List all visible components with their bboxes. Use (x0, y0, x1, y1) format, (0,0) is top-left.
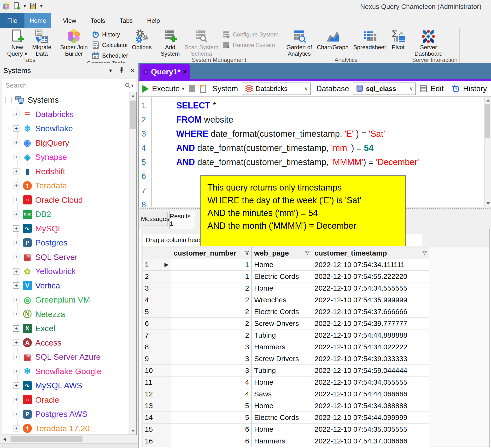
new-page-icon[interactable] (199, 84, 207, 93)
tree-item[interactable]: + ▦ SQL Server (2, 250, 136, 264)
tree-scroll-thumb[interactable] (130, 100, 136, 129)
expand-icon[interactable]: + (13, 311, 19, 317)
edit-icon[interactable] (419, 85, 427, 93)
cell-customer-timestamp[interactable]: 2022-12-10 07:54:39.777777 (312, 318, 429, 330)
cell-customer-number[interactable]: 1 (171, 259, 252, 271)
cell-customer-number[interactable]: 2 (171, 282, 252, 294)
cell-customer-number[interactable]: 5 (171, 400, 252, 412)
cell-web-page[interactable]: Hammers (252, 435, 312, 447)
scheduler-button[interactable]: Scheduler (92, 51, 128, 60)
new-query-button[interactable]: New Query ▾ (5, 28, 30, 57)
edit-button[interactable]: Edit (430, 84, 444, 93)
tab-messages[interactable]: Messages (143, 212, 168, 226)
row-header-cell[interactable]: 10 (142, 365, 171, 377)
expand-icon[interactable]: + (13, 211, 19, 217)
cell-web-page[interactable]: Home (252, 400, 312, 412)
configure-system-button[interactable]: Configure System (222, 30, 279, 39)
expand-icon[interactable]: + (13, 140, 19, 146)
tree-item[interactable]: + ▦ SQL Server Azure (2, 350, 136, 364)
expand-icon[interactable]: + (13, 168, 19, 175)
execute-dropdown-icon[interactable]: ▾ (182, 86, 184, 91)
options-button[interactable]: Options (130, 28, 154, 50)
tree-item[interactable]: + ❄ Snowflake Google (2, 364, 136, 379)
row-header-cell[interactable]: 12 (142, 388, 171, 400)
tree-item[interactable]: + t Teradata 17.20 (2, 421, 136, 435)
column-header-customer-number[interactable]: customer_number (171, 247, 252, 259)
row-header-cell[interactable]: 16 (142, 435, 171, 447)
cell-customer-timestamp[interactable]: 2022-12-10 07:54:37.006666 (312, 435, 429, 447)
execute-icon[interactable] (142, 85, 149, 93)
cell-customer-number[interactable]: 4 (171, 388, 252, 400)
tree-item[interactable]: + ▮ Redshift (2, 164, 136, 179)
cell-customer-timestamp[interactable]: 2022-12-10 07:54:34.055555 (312, 377, 429, 388)
cell-web-page[interactable]: Hammers (252, 341, 312, 353)
row-header-cell[interactable]: 13 (142, 400, 171, 412)
cell-customer-number[interactable]: 6 (171, 424, 252, 435)
row-header-cell[interactable]: 4 (142, 294, 171, 306)
cell-web-page[interactable]: Electric Cords (252, 271, 312, 282)
tree-item[interactable]: + ○ Oracle Cloud (2, 193, 136, 207)
tree-item[interactable]: + ◉ BigQuery (2, 136, 136, 150)
tree-item[interactable]: + ❄ Snowflake (2, 121, 136, 136)
tree-item[interactable]: + X Excel (2, 321, 136, 336)
cell-web-page[interactable]: Tubing (252, 330, 312, 341)
filter-icon[interactable] (422, 251, 427, 256)
editor-scroll-up-icon[interactable] (486, 99, 490, 101)
scroll-left-button[interactable] (0, 435, 9, 443)
tab-view[interactable]: View (56, 13, 84, 28)
scroll-down-icon[interactable] (131, 430, 135, 432)
cell-customer-number[interactable]: 5 (171, 412, 252, 424)
cell-customer-number[interactable]: 6 (171, 435, 252, 447)
cell-web-page[interactable]: Tubing (252, 365, 312, 377)
expand-icon[interactable]: + (13, 254, 19, 260)
tree-horizontal-scrollbar[interactable] (0, 435, 138, 443)
expand-icon[interactable]: + (13, 397, 19, 403)
cell-web-page[interactable]: Home (252, 377, 312, 388)
tree-item[interactable]: + P Postgres AWS (2, 407, 136, 421)
close-tab-icon[interactable]: × (183, 68, 187, 76)
cell-web-page[interactable]: Home (252, 259, 312, 271)
history-toolbar-icon[interactable] (452, 85, 460, 93)
row-header-cell[interactable]: 7 (142, 330, 171, 341)
cell-web-page[interactable]: Wrenches (252, 294, 312, 306)
expand-icon[interactable]: + (13, 197, 19, 203)
expand-icon[interactable]: + (13, 268, 19, 274)
scroll-up-icon[interactable] (131, 95, 135, 97)
collapse-icon[interactable]: − (6, 97, 12, 103)
expand-icon[interactable]: + (13, 225, 19, 232)
row-header-cell[interactable]: 9 (142, 353, 171, 365)
query-tab[interactable]: Query1* × (140, 64, 190, 79)
cell-customer-timestamp[interactable]: 2022-12-10 07:54:39.033333 (312, 353, 429, 365)
close-panel-icon[interactable]: × (127, 66, 138, 75)
cell-customer-timestamp[interactable]: 2022-12-10 07:54:34.088888 (312, 400, 429, 412)
row-header-cell[interactable]: 3 (142, 282, 171, 294)
cell-customer-number[interactable]: 2 (171, 330, 252, 341)
row-header-cell[interactable]: 6 (142, 318, 171, 330)
pivot-button[interactable]: Pivot (388, 28, 408, 50)
row-header-cell[interactable]: 14 (142, 412, 171, 424)
cell-customer-number[interactable]: 3 (171, 341, 252, 353)
row-header-cell[interactable]: 1 ▶ (142, 259, 171, 271)
expand-icon[interactable]: + (13, 297, 19, 303)
expand-icon[interactable]: + (13, 126, 19, 132)
cell-customer-number[interactable]: 3 (171, 353, 252, 365)
row-header-cell[interactable]: 5 (142, 306, 171, 318)
expand-icon[interactable]: + (13, 425, 19, 431)
history-button[interactable]: History (92, 30, 128, 39)
expand-icon[interactable]: + (13, 183, 19, 189)
tab-tools[interactable]: Tools (84, 13, 113, 28)
spreadsheet-button[interactable]: Spreadsheet (351, 28, 388, 50)
system-combobox[interactable]: Databricks ∨ (242, 83, 311, 95)
tree-item[interactable]: + ◎ Greenplum VM (2, 293, 136, 307)
tree-item[interactable]: + ∿ MySQL (2, 222, 136, 236)
tree-item[interactable]: + ∿ MySQL AWS (2, 379, 136, 393)
database-combo-chevron-icon[interactable]: ∨ (409, 86, 413, 92)
expand-icon[interactable]: + (13, 325, 19, 332)
expand-icon[interactable]: + (13, 411, 19, 417)
cell-web-page[interactable]: Screw Drivers (252, 353, 312, 365)
search-dropdown-icon[interactable]: ▾ (131, 83, 133, 88)
row-header-cell[interactable]: 8 (142, 341, 171, 353)
row-header-cell[interactable]: 2 (142, 271, 171, 282)
cell-customer-timestamp[interactable]: 2022-12-10 07:54:35.005555 (312, 424, 429, 435)
cell-web-page[interactable]: Electric Cords (252, 306, 312, 318)
